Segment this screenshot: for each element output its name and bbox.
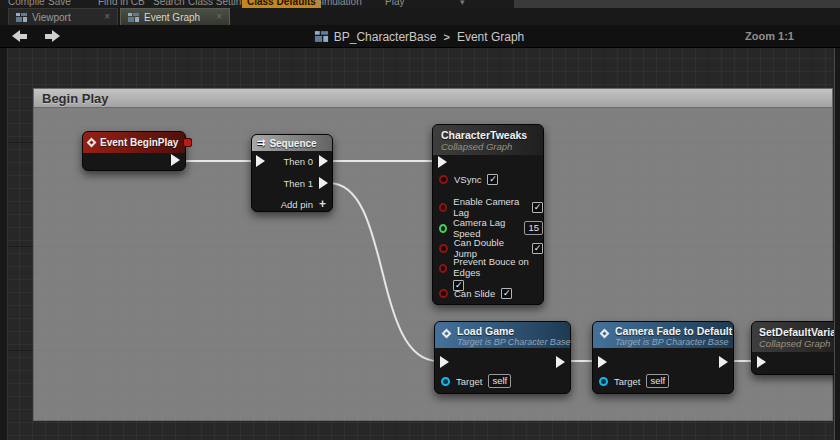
simulation-button[interactable]: Simulation xyxy=(315,0,362,8)
graph-left-edge xyxy=(0,48,8,440)
set-default-variables-subtitle: Collapsed Graph xyxy=(759,338,840,349)
add-pin-button[interactable]: + xyxy=(319,197,326,211)
character-tweaks-subtitle: Collapsed Graph xyxy=(441,141,535,152)
character-tweaks-header[interactable]: CharacterTweaks Collapsed Graph xyxy=(433,125,543,155)
can-double-jump-checkbox[interactable]: ✓ xyxy=(532,243,543,254)
character-tweaks-title: CharacterTweaks xyxy=(441,129,535,141)
vsync-checkbox[interactable]: ✓ xyxy=(487,174,498,185)
exec-output-pin[interactable] xyxy=(171,154,180,166)
event-indicator-icon xyxy=(183,138,192,147)
toolbar-dropdown-caret-icon[interactable]: ▾ xyxy=(460,0,465,7)
tab-event-graph[interactable]: Event Graph × xyxy=(120,8,230,25)
sequence-icon: ⇉ xyxy=(257,138,265,148)
sequence-header[interactable]: ⇉ Sequence xyxy=(252,135,332,151)
breadcrumb: BP_CharacterBase > Event Graph xyxy=(0,25,840,48)
target-label: Target xyxy=(456,376,482,387)
then0-output-pin[interactable] xyxy=(319,155,328,167)
set-default-variables-header[interactable]: SetDefaultVariables Collapsed Graph xyxy=(752,322,840,352)
blueprint-editor-window: Compile Save Find in CB Search Class Set… xyxy=(0,0,840,440)
class-defaults-button[interactable]: Class Defaults xyxy=(242,0,321,8)
breadcrumb-current[interactable]: Event Graph xyxy=(457,30,524,44)
load-game-subtitle: Target is BP Character Base xyxy=(457,337,562,347)
exec-output-pin[interactable] xyxy=(719,356,728,368)
node-camera-fade-to-default[interactable]: Camera Fade to Default Target is BP Char… xyxy=(592,321,734,394)
camera-lag-speed-label: Camera Lag Speed xyxy=(453,217,518,239)
target-label: Target xyxy=(614,376,640,387)
target-object-pin[interactable] xyxy=(599,377,608,386)
enable-camera-lag-label: Enable Camera Lag xyxy=(453,196,526,218)
exec-input-pin[interactable] xyxy=(256,155,265,167)
event-beginplay-header[interactable]: Event BeginPlay xyxy=(83,132,185,153)
load-game-title: Load Game xyxy=(457,325,562,337)
node-event-beginplay[interactable]: Event BeginPlay xyxy=(82,131,186,171)
comment-begin-play-header[interactable]: Begin Play xyxy=(33,88,833,108)
exec-input-pin[interactable] xyxy=(757,356,766,368)
camera-lag-speed-input[interactable]: 15 xyxy=(524,221,543,235)
target-self-value[interactable]: self xyxy=(488,374,511,388)
comment-title: Begin Play xyxy=(42,91,108,106)
set-default-variables-title: SetDefaultVariables xyxy=(759,326,840,338)
exec-input-pin[interactable] xyxy=(598,356,607,368)
camera-fade-subtitle: Target is BP Character Base xyxy=(615,337,725,347)
event-icon xyxy=(87,138,97,148)
target-object-pin[interactable] xyxy=(441,377,450,386)
node-load-game[interactable]: Load Game Target is BP Character Base Ta… xyxy=(434,321,571,394)
node-sequence[interactable]: ⇉ Sequence Then 0 Then 1 Add pin + xyxy=(251,134,333,212)
target-self-value[interactable]: self xyxy=(646,374,669,388)
node-set-default-variables[interactable]: SetDefaultVariables Collapsed Graph xyxy=(751,321,840,375)
bool-pin[interactable] xyxy=(439,264,447,273)
graph-nav-bar: BP_CharacterBase > Event Graph Zoom 1:1 xyxy=(0,25,840,48)
exec-input-pin[interactable] xyxy=(438,156,447,168)
viewport-tab-label: Viewport xyxy=(32,12,71,23)
can-slide-checkbox[interactable]: ✓ xyxy=(501,288,512,299)
event-graph-canvas[interactable]: Begin Play Event BeginPlay ⇉ Sequence xyxy=(0,48,840,440)
camera-fade-header[interactable]: Camera Fade to Default Target is BP Char… xyxy=(593,322,733,348)
then0-pin-label: Then 0 xyxy=(283,156,313,167)
chevron-right-icon: > xyxy=(443,31,449,43)
exec-input-pin[interactable] xyxy=(440,356,449,368)
can-slide-label: Can Slide xyxy=(454,288,495,299)
float-pin[interactable] xyxy=(439,224,447,233)
event-graph-tab-label: Event Graph xyxy=(144,12,200,23)
event-beginplay-title: Event BeginPlay xyxy=(100,137,178,148)
find-in-cb-button[interactable]: Find in CB xyxy=(98,0,145,8)
zoom-level-label: Zoom 1:1 xyxy=(745,30,794,42)
load-game-header[interactable]: Load Game Target is BP Character Base xyxy=(435,322,570,348)
bool-pin[interactable] xyxy=(439,203,447,212)
blueprint-grid-icon xyxy=(315,31,328,42)
viewport-tab-icon xyxy=(16,13,27,22)
close-icon[interactable]: × xyxy=(216,12,222,22)
sequence-title: Sequence xyxy=(269,138,316,149)
bool-pin[interactable] xyxy=(439,175,448,184)
function-icon xyxy=(600,329,610,339)
tab-bar: Viewport × Event Graph × xyxy=(0,8,840,25)
then1-pin-label: Then 1 xyxy=(283,178,313,189)
node-character-tweaks[interactable]: CharacterTweaks Collapsed Graph VSync ✓ … xyxy=(432,124,544,305)
camera-fade-title: Camera Fade to Default xyxy=(615,325,725,337)
vsync-label: VSync xyxy=(454,174,481,185)
save-button[interactable]: Save xyxy=(48,0,71,8)
breadcrumb-parent[interactable]: BP_CharacterBase xyxy=(334,30,437,44)
toolbar: Compile Save Find in CB Search Class Set… xyxy=(0,0,840,8)
graph-right-edge xyxy=(834,25,840,440)
bool-pin[interactable] xyxy=(439,289,448,298)
search-button[interactable]: Search xyxy=(153,0,185,8)
tab-viewport[interactable]: Viewport × xyxy=(8,8,118,25)
add-pin-label: Add pin xyxy=(281,199,313,210)
close-icon[interactable]: × xyxy=(104,12,110,22)
compile-button[interactable]: Compile xyxy=(8,0,45,8)
event-graph-tab-icon xyxy=(128,13,139,22)
enable-camera-lag-checkbox[interactable]: ✓ xyxy=(532,202,543,213)
play-button[interactable]: Play xyxy=(385,0,404,8)
toolbar-right-panel xyxy=(514,0,840,8)
exec-output-pin[interactable] xyxy=(556,356,565,368)
bool-pin[interactable] xyxy=(439,244,448,253)
function-icon xyxy=(442,329,452,339)
prevent-bounce-label: Prevent Bouce on Edges xyxy=(453,256,529,278)
then1-output-pin[interactable] xyxy=(319,177,328,189)
